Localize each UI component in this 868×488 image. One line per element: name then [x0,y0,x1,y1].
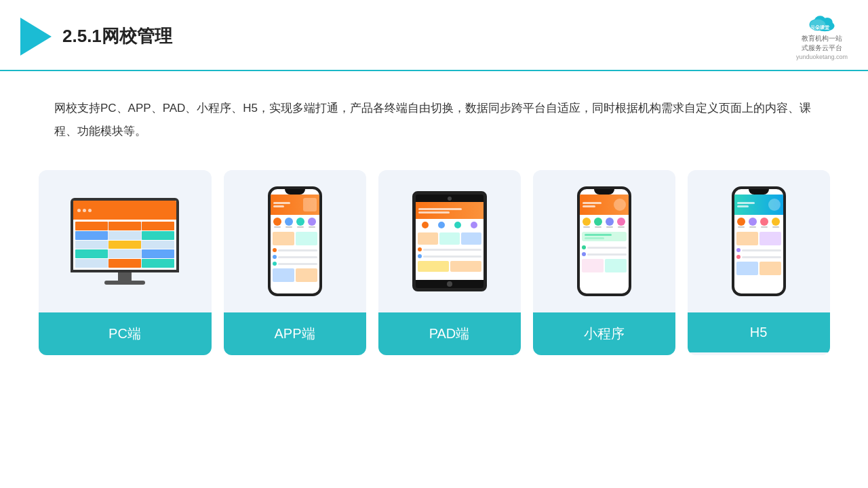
card-miniprogram: 小程序 [533,170,675,355]
pc-monitor-icon [71,198,179,285]
card-app-label: APP端 [224,312,366,355]
card-pc-image [39,170,212,312]
card-pad: PAD端 [378,170,521,355]
card-pc-label: PC端 [39,312,212,355]
cloud-icon: 云朵课堂 [807,12,837,33]
brand-tagline: 教育机构一站 式服务云平台 [802,34,842,53]
card-h5-image [688,170,830,312]
card-h5-label: H5 [688,312,830,352]
cards-container: PC端 [0,157,868,375]
brand-url: yunduoketang.com [796,54,848,60]
card-miniprogram-label: 小程序 [533,312,675,355]
brand-area: 云朵课堂 教育机构一站 式服务云平台 yunduoketang.com [796,12,848,60]
card-app: APP端 [224,170,366,355]
page-title: 2.5.1网校管理 [62,24,172,48]
h5-phone-icon [732,186,786,296]
brand-logo: 云朵课堂 [807,12,837,33]
card-miniprogram-image [533,170,675,312]
miniprogram-phone-icon [577,186,631,296]
description-text: 网校支持PC、APP、PAD、小程序、H5，实现多端打通，产品各终端自由切换，数… [0,71,868,157]
card-app-image [224,170,366,312]
app-phone-icon [268,186,322,296]
card-pad-image [378,170,521,312]
card-h5: H5 [688,170,830,355]
page-header: 2.5.1网校管理 云朵课堂 教育机构一站 式服务云平台 yunduoketan… [0,0,868,71]
header-left: 2.5.1网校管理 [20,18,172,56]
pad-tablet-icon [412,191,487,291]
svg-text:云朵课堂: 云朵课堂 [810,24,830,30]
card-pc: PC端 [39,170,212,355]
card-pad-label: PAD端 [378,312,521,355]
logo-triangle-icon [20,18,52,56]
